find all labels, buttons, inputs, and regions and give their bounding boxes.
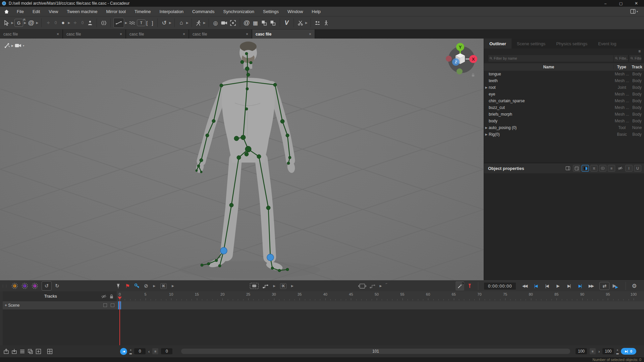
tween-spiral-button[interactable]: @ xyxy=(243,18,251,27)
last-frame-field[interactable]: 100 xyxy=(602,348,614,354)
outliner-row-teeth[interactable]: teethMesh ...Body xyxy=(484,77,644,84)
gizmo-mode-caret[interactable]: ▶ xyxy=(24,21,26,24)
menu-help[interactable]: Help xyxy=(307,7,325,16)
grid-view-icon[interactable] xyxy=(47,349,53,354)
previous-frame-button[interactable]: |◀ xyxy=(541,282,552,290)
op-pi-icon[interactable]: π xyxy=(590,165,598,172)
flag-button[interactable]: ⚑ xyxy=(125,283,130,289)
jump-end-blue-button[interactable]: ▶| 0 xyxy=(621,348,636,355)
animation-mode-caret[interactable]: ▶ xyxy=(203,21,206,24)
outliner-row-root[interactable]: ▶rootJointBody xyxy=(484,84,644,91)
key-button[interactable] xyxy=(134,283,140,289)
add-track-icon[interactable] xyxy=(36,349,41,354)
home-icon[interactable] xyxy=(4,9,9,14)
layout-b-button[interactable] xyxy=(269,18,277,27)
jump-start-blue-button[interactable]: |◀ xyxy=(120,348,127,355)
brackets-tool-button[interactable]: [ ] xyxy=(146,18,155,27)
point-tool-button[interactable]: ● xyxy=(59,18,67,27)
fulcrum-magenta-button[interactable] xyxy=(32,283,38,289)
outliner-row-body[interactable]: bodyMesh ...Body xyxy=(484,118,644,124)
menu-interpolation[interactable]: Interpolation xyxy=(155,7,188,16)
viewport-grid-button[interactable]: ▦ xyxy=(252,18,260,27)
rig-mode-icon[interactable] xyxy=(4,43,10,49)
curve-tool-button[interactable] xyxy=(113,18,124,28)
op-u-toggle[interactable]: U xyxy=(634,165,641,172)
pivot-lock-button[interactable]: ⌂ xyxy=(177,18,185,27)
track-filter-field[interactable] xyxy=(629,55,642,62)
select-tool-caret[interactable]: ▶ xyxy=(11,21,14,24)
magic-wand-button[interactable] xyxy=(455,282,464,291)
jump-to-end-button[interactable]: ▶| xyxy=(574,282,585,290)
viewport-camera-icon[interactable] xyxy=(15,43,21,48)
menu-edit[interactable]: Edit xyxy=(28,7,44,16)
focus-button[interactable] xyxy=(229,18,237,27)
camera-caret[interactable]: ▾ xyxy=(23,44,24,47)
filter-type-input[interactable] xyxy=(619,56,628,60)
outliner-row-tongue[interactable]: tongueMesh ...Body xyxy=(484,71,644,77)
document-tab-2[interactable]: casc file× xyxy=(63,29,126,39)
outliner-menu-icon[interactable]: ≡ xyxy=(638,49,641,54)
menu-tween-machine[interactable]: Tween machine xyxy=(62,7,102,16)
current-frame-field[interactable]: 0 xyxy=(134,348,146,354)
gizmo-mode-button[interactable]: GR xyxy=(14,18,23,27)
outliner-row-eye[interactable]: eyeMesh ...Body xyxy=(484,91,644,98)
rewind-button[interactable]: ◀◀ xyxy=(519,282,530,290)
ban-caret[interactable]: ▶ xyxy=(153,284,156,288)
loop-tool-button[interactable]: ↺ xyxy=(160,18,168,27)
rig-mode-caret[interactable]: ▶ xyxy=(11,44,13,47)
minimize-button[interactable]: – xyxy=(598,0,613,7)
curve-tool-caret[interactable]: ▶ xyxy=(125,21,127,24)
duplicate-track-icon[interactable] xyxy=(28,349,33,354)
interval-range-bar[interactable]: 101 xyxy=(181,349,570,354)
column-type[interactable]: Type xyxy=(613,65,630,69)
wave-tool-button[interactable] xyxy=(128,18,136,27)
outliner-row-rig-0-[interactable]: ▶Rig(0)BasicBody xyxy=(484,131,644,138)
cut-tool-button[interactable] xyxy=(297,18,305,27)
v-mode-button[interactable]: V xyxy=(283,18,291,27)
trajectory-caret[interactable]: ▶ xyxy=(273,284,276,288)
interval-menu-right[interactable]: ≡ xyxy=(590,348,596,354)
text-tool-button[interactable]: T xyxy=(137,18,146,27)
animation-mode-button[interactable] xyxy=(195,18,203,27)
tracks-lock-icon[interactable] xyxy=(109,294,114,299)
op-list-icon[interactable]: ≡ xyxy=(608,165,615,172)
interval-start-field[interactable]: 0 xyxy=(161,348,172,354)
layout-a-button[interactable] xyxy=(260,18,268,27)
ghosting-caret[interactable]: ▶ xyxy=(379,284,382,288)
expand-arrow-icon[interactable]: ▶ xyxy=(484,126,489,129)
name-filter-field[interactable] xyxy=(488,55,615,62)
menu-window[interactable]: Window xyxy=(283,7,307,16)
outliner-row-briefs-morph[interactable]: briefs_morphMesh ...Body xyxy=(484,111,644,118)
prev-chevron[interactable]: ‹ xyxy=(148,349,150,354)
point-tool-caret[interactable]: ▶ xyxy=(68,21,70,24)
track-list-icon[interactable] xyxy=(19,349,25,354)
document-tab-4[interactable]: casc file× xyxy=(189,29,252,39)
panel-tab-event-log[interactable]: Event log xyxy=(593,39,622,49)
outliner-row-chin-curtain-sparse[interactable]: chin_curtain_sparseMesh ...Body xyxy=(484,98,644,104)
playback-settings-gear[interactable]: ⚙ xyxy=(632,283,637,290)
ik-fk-button[interactable]: IK xyxy=(280,283,286,289)
ik-caret[interactable]: ▶ xyxy=(171,284,174,288)
play-physics-button[interactable]: ▶ ▶ xyxy=(612,283,620,289)
ik-fk-caret[interactable]: ▶ xyxy=(291,284,293,288)
outliner-row-buzz-cut[interactable]: buzz_cutMesh ...Body xyxy=(484,104,644,111)
interval-end-field[interactable]: 100 xyxy=(576,348,587,354)
op-visibility-icon[interactable] xyxy=(616,165,624,172)
import-frames-icon[interactable] xyxy=(11,349,17,354)
ban-interpolation-button[interactable]: ⊘ xyxy=(144,283,148,289)
interval-menu-left[interactable]: ≡ xyxy=(152,348,158,354)
selection-box-button[interactable] xyxy=(250,283,259,289)
outliner-row-auto-posing-0-[interactable]: ▶auto_posing (0)ToolNone xyxy=(484,124,644,131)
jump-to-start-button[interactable]: |◀ xyxy=(530,282,541,290)
viewport-3d[interactable]: ▶ ▾ Y X Z xyxy=(0,39,484,280)
tracks-visibility-icon[interactable] xyxy=(101,294,106,299)
timeline-track-area[interactable] xyxy=(0,309,644,345)
snap-value-2[interactable]: 0 xyxy=(79,20,86,26)
phase-tool-button[interactable] xyxy=(100,18,108,27)
tab-close-icon[interactable]: × xyxy=(120,32,122,37)
op-i-toggle[interactable]: I xyxy=(625,165,633,172)
type-filter-field[interactable] xyxy=(613,55,628,62)
drag-handle-icon[interactable]: ⋮⋮ xyxy=(1,284,8,288)
tab-close-icon[interactable]: × xyxy=(309,32,311,37)
ik-mode-button[interactable]: IK xyxy=(160,283,167,289)
